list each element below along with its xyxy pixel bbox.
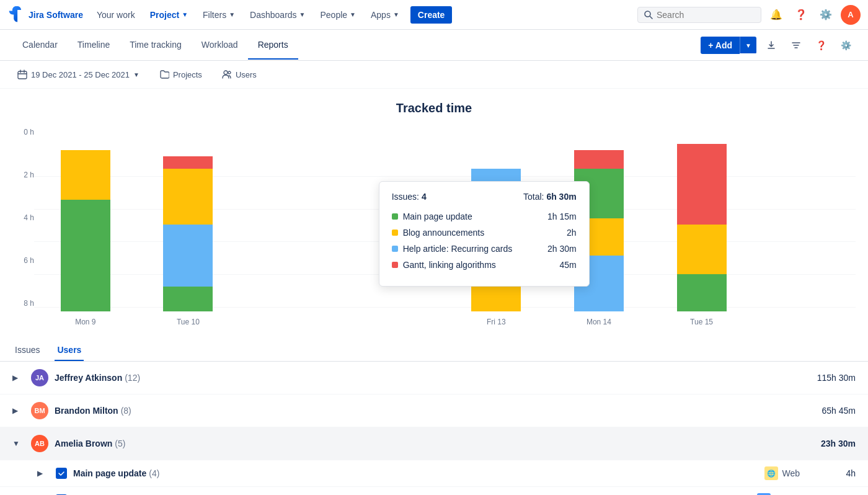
tooltip-header: Issues: 4 Total: 6h 30m [392, 192, 577, 202]
user-time-amelia: 23h 30m [821, 439, 856, 448]
issue-row-blog[interactable]: ▶ Blog announcements (3) 📱 Mobile 6h 30m [0, 487, 868, 495]
tooltip-row-1: Blog announcements 2h [392, 228, 577, 238]
chevron-jeffrey: ▶ [12, 373, 25, 382]
y-label-0h: 0 h [12, 128, 34, 136]
bar-label-mon14: Mon 14 [587, 318, 611, 326]
nav-your-work[interactable]: Your work [91, 7, 141, 22]
user-count-jeffrey: (12) [125, 373, 140, 383]
issue-count-0: (4) [149, 468, 159, 478]
tab-time-tracking[interactable]: Time tracking [120, 31, 192, 60]
bar-segment-tue10-blue [163, 225, 213, 287]
y-label-6h: 6 h [12, 256, 34, 265]
bar-group-tue10[interactable]: Tue 10 Issues: 4 Total: 6h 30m Main page… [137, 156, 240, 326]
search-input[interactable] [657, 10, 750, 20]
bar-segment-mon9-yellow [61, 150, 110, 200]
date-range-picker[interactable]: 19 Dec 2021 - 25 Dec 2021 ▼ [12, 67, 144, 82]
nav-dashboards[interactable]: Dashboards ▼ [244, 7, 311, 22]
svg-point-3 [228, 71, 231, 74]
logo-text: Jira Software [29, 10, 83, 20]
bar-segment-mon14-red [574, 150, 624, 169]
list-tabs: Issues Users [0, 332, 868, 362]
nav-people[interactable]: People ▼ [314, 7, 363, 22]
y-label-2h: 2 h [12, 171, 34, 179]
bar-group-tue15[interactable]: Tue 15 [650, 144, 753, 326]
create-button[interactable]: Create [410, 6, 453, 24]
bar-segment-tue10-yellow [163, 169, 213, 225]
bar-segment-tue15-yellow [677, 225, 727, 274]
bar-tooltip: Issues: 4 Total: 6h 30m Main page update… [379, 181, 590, 287]
user-name-brandon: Brandon Milton [55, 406, 118, 416]
bar-label-tue10: Tue 10 [177, 318, 200, 326]
sub-nav-right: + Add ▼ ❓ ⚙️ [701, 35, 856, 55]
user-row-amelia[interactable]: ▼ AB Amelia Brown (5) 23h 30m [0, 427, 868, 460]
users-label: Users [236, 70, 257, 79]
user-time-jeffrey: 115h 30m [817, 373, 856, 383]
bar-group-mon9[interactable]: Mon 9 [34, 150, 137, 326]
nav-apps[interactable]: Apps ▼ [365, 7, 405, 22]
chart-bars: Mon 9 Tue 10 Issues: 4 Total: 6h 30m [34, 144, 856, 326]
bar-label-tue15: Tue 15 [690, 318, 713, 326]
user-name-jeffrey: Jeffrey Atkinson [55, 373, 122, 383]
tooltip-label-3: Gantt, linking algorithms [392, 260, 560, 270]
user-row-brandon[interactable]: ▶ BM Brandon Milton (8) 65h 45m [0, 395, 868, 427]
tab-issues[interactable]: Issues [12, 340, 42, 361]
user-avatar[interactable]: A [841, 5, 861, 25]
help-button[interactable]: ❓ [791, 5, 811, 25]
nav-filters-chevron: ▼ [229, 11, 235, 18]
add-dropdown-button[interactable]: ▼ [740, 37, 756, 53]
add-main-button[interactable]: + Add [701, 37, 740, 54]
search-icon [644, 11, 653, 19]
date-range-chevron: ▼ [133, 71, 140, 78]
user-row-jeffrey[interactable]: ▶ JA Jeffrey Atkinson (12) 115h 30m [0, 362, 868, 395]
nav-people-chevron: ▼ [350, 11, 356, 18]
logo[interactable]: Jira Software [7, 6, 83, 24]
user-name-amelia: Amelia Brown [55, 439, 112, 448]
tab-calendar[interactable]: Calendar [12, 31, 68, 60]
folder-icon [159, 69, 169, 79]
bar-segment-tue10-green [163, 287, 213, 311]
y-label-4h: 4 h [12, 213, 34, 222]
bar-segment-mon9-green [61, 200, 110, 311]
add-button-group: + Add ▼ [701, 37, 756, 54]
users-filter[interactable]: Users [217, 67, 262, 82]
issue-time-0: 4h [825, 468, 856, 478]
tag-label-0: Web [782, 468, 800, 478]
user-time-brandon: 65h 45m [822, 406, 856, 416]
tab-timeline[interactable]: Timeline [68, 31, 120, 60]
download-button[interactable] [761, 35, 781, 55]
projects-filter[interactable]: Projects [154, 67, 207, 82]
issue-row-main-page[interactable]: ▶ Main page update (4) 🌐 Web 4h [0, 460, 868, 487]
filter-icon [791, 40, 801, 50]
tab-users[interactable]: Users [55, 340, 84, 361]
nav-filters[interactable]: Filters ▼ [197, 7, 241, 22]
tooltip-row-3: Gantt, linking algorithms 45m [392, 260, 577, 270]
svg-rect-1 [18, 71, 27, 79]
tab-workload[interactable]: Workload [192, 31, 248, 60]
bar-segment-tue10-red [163, 156, 213, 169]
settings-reports-button[interactable]: ⚙️ [836, 35, 856, 55]
nav-project[interactable]: Project ▼ [144, 7, 194, 22]
notifications-button[interactable]: 🔔 [766, 5, 786, 25]
tooltip-dot-yellow [392, 230, 398, 236]
tag-icon-web-0: 🌐 [764, 466, 778, 480]
y-axis: 8 h 6 h 4 h 2 h 0 h [12, 128, 34, 326]
settings-button[interactable]: ⚙️ [816, 5, 836, 25]
search-box[interactable] [637, 7, 761, 23]
download-icon [766, 40, 776, 50]
user-count-brandon: (8) [121, 406, 131, 416]
tab-reports[interactable]: Reports [248, 31, 298, 60]
tooltip-label-2: Help article: Recurring cards [392, 244, 547, 254]
tooltip-total: Total: 6h 30m [523, 192, 577, 202]
help-reports-button[interactable]: ❓ [811, 35, 831, 55]
svg-point-2 [224, 71, 228, 74]
tooltip-dot-red [392, 262, 398, 268]
svg-point-0 [645, 11, 650, 17]
bar-label-mon9: Mon 9 [75, 318, 95, 326]
user-count-amelia: (5) [115, 439, 125, 448]
projects-label: Projects [173, 70, 202, 79]
checkbox-check-0 [58, 470, 65, 477]
avatar-amelia: AB [31, 435, 48, 452]
jira-logo-icon [7, 6, 25, 24]
filter-button[interactable] [786, 35, 806, 55]
nav-right: 🔔 ❓ ⚙️ A [637, 5, 861, 25]
